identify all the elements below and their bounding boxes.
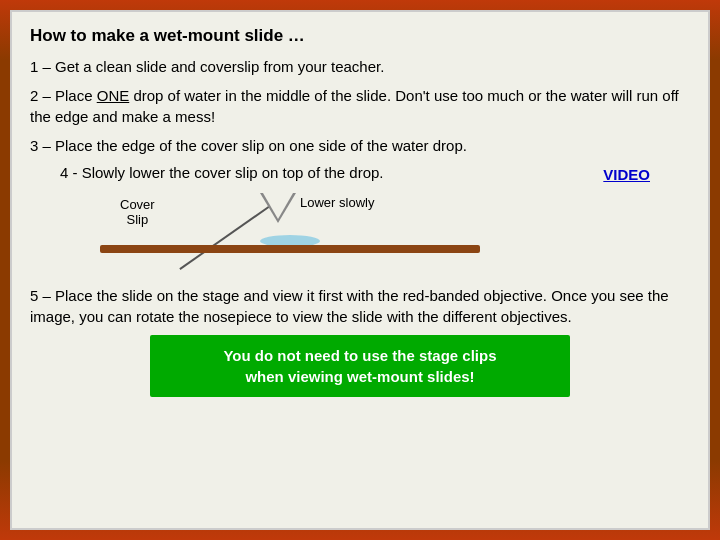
page-title: How to make a wet-mount slide … (30, 26, 690, 46)
step2-one: ONE (97, 87, 130, 104)
green-box-line1: You do not need to use the stage clips (170, 345, 550, 366)
step-2: 2 – Place ONE drop of water in the middl… (30, 85, 690, 127)
step-4: 4 - Slowly lower the cover slip on top o… (60, 164, 690, 181)
step-3: 3 – Place the edge of the cover slip on … (30, 135, 690, 156)
step2-prefix: 2 – Place (30, 87, 97, 104)
slide-base (100, 245, 480, 253)
lower-slowly-label: Lower slowly (300, 195, 374, 210)
step-1: 1 – Get a clean slide and coverslip from… (30, 56, 690, 77)
green-notice-box: You do not need to use the stage clips w… (150, 335, 570, 397)
diagram: Cover Slip Lower slowly (60, 187, 690, 277)
video-link[interactable]: VIDEO (603, 166, 650, 183)
cover-slip-shape (179, 205, 270, 270)
cover-slip-label: Cover Slip (120, 197, 155, 227)
step4-text: 4 - Slowly lower the cover slip on top o… (60, 164, 384, 181)
arrow-inner (263, 193, 293, 219)
green-box-line2: when viewing wet-mount slides! (170, 366, 550, 387)
step-5: 5 – Place the slide on the stage and vie… (30, 285, 690, 327)
main-panel: How to make a wet-mount slide … 1 – Get … (10, 10, 710, 530)
